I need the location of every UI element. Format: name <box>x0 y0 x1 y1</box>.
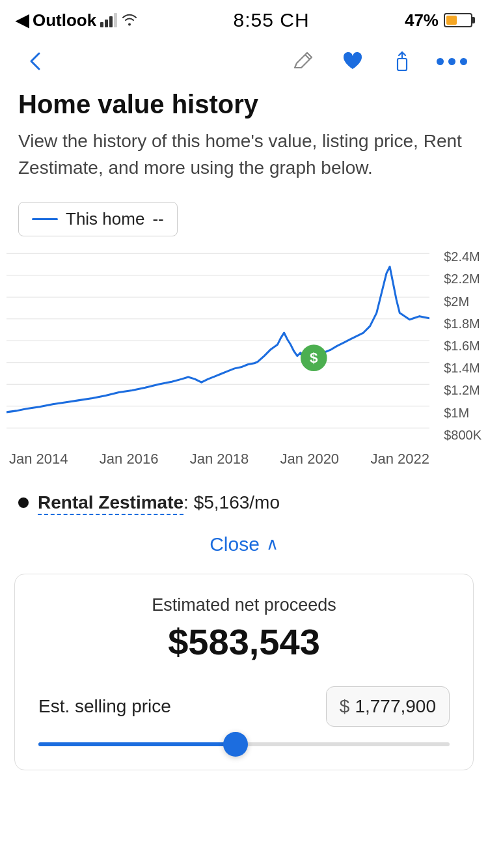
proceeds-amount: $583,543 <box>38 621 450 663</box>
top-nav <box>0 36 488 90</box>
chevron-up-icon: ∧ <box>266 534 278 554</box>
back-button[interactable] <box>18 43 55 79</box>
rental-label: Rental Zestimate <box>38 492 183 515</box>
x-axis-labels: Jan 2014 Jan 2016 Jan 2018 Jan 2020 Jan … <box>7 445 481 468</box>
svg-rect-0 <box>398 59 407 70</box>
slider-track <box>38 742 450 746</box>
nav-right-actions <box>285 43 470 79</box>
proceeds-card: Estimated net proceeds $583,543 Est. sel… <box>14 574 474 770</box>
status-time: 8:55 CH <box>234 9 310 31</box>
chart-section: This home -- $ $2.4M $2.2M <box>0 202 488 474</box>
legend-dash: -- <box>152 209 163 229</box>
chart-legend: This home -- <box>18 202 178 236</box>
y-axis-labels: $2.4M $2.2M $2M $1.8M $1.6M $1.4M $1.2M … <box>444 247 481 445</box>
page-title: Home value history <box>0 90 488 128</box>
rental-zestimate-section: Rental Zestimate: $5,163/mo <box>0 474 488 520</box>
close-button[interactable]: Close ∧ <box>210 533 278 555</box>
status-right: 47% <box>405 10 472 31</box>
rental-value: : $5,163/mo <box>183 492 280 512</box>
selling-price-input[interactable]: $ 1,777,900 <box>326 686 450 727</box>
favorite-button[interactable] <box>334 43 371 79</box>
slider-fill <box>38 742 236 746</box>
page-subtitle: View the history of this home's value, l… <box>0 128 488 202</box>
rental-text: Rental Zestimate: $5,163/mo <box>38 492 280 515</box>
more-button[interactable] <box>433 43 470 79</box>
chart-wrap: $ $2.4M $2.2M $2M $1.8M $1.6M $1.4M $1.2… <box>7 247 481 445</box>
price-slider[interactable] <box>38 742 450 746</box>
selling-price-value: 1,777,900 <box>355 696 436 717</box>
more-dots-icon <box>437 58 467 65</box>
edit-button[interactable] <box>285 43 321 79</box>
legend-label: This home <box>66 209 144 229</box>
bullet-dot <box>18 497 29 508</box>
selling-price-label: Est. selling price <box>38 696 171 717</box>
battery-percent: 47% <box>405 10 439 31</box>
svg-text:$: $ <box>310 350 318 366</box>
selling-price-row: Est. selling price $ 1,777,900 <box>38 686 450 727</box>
close-section: Close ∧ <box>0 520 488 574</box>
status-carrier: ◀ Outlook <box>16 10 138 31</box>
dollar-sign: $ <box>340 696 350 717</box>
share-button[interactable] <box>384 43 420 79</box>
signal-icon <box>100 13 117 27</box>
back-arrow-status: ◀ <box>16 10 29 31</box>
wifi-icon <box>121 10 138 31</box>
proceeds-subtitle: Estimated net proceeds <box>38 595 450 615</box>
legend-line-icon <box>32 218 58 220</box>
battery-icon <box>444 13 472 27</box>
chart-svg: $ <box>7 247 429 445</box>
slider-thumb[interactable] <box>223 732 248 757</box>
status-bar: ◀ Outlook 8:55 CH 47% <box>0 0 488 36</box>
